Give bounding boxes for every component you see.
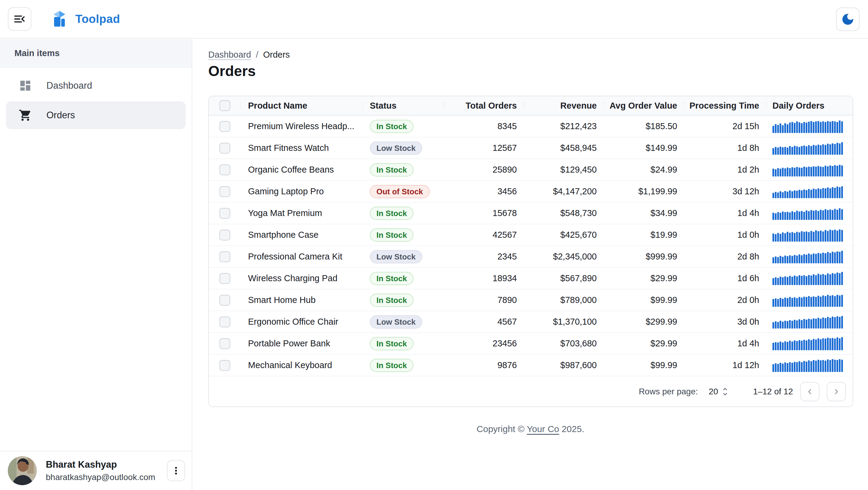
avg-order-value-cell[interactable]: $99.99 bbox=[604, 289, 684, 311]
row-checkbox[interactable] bbox=[219, 317, 230, 327]
avg-order-value-cell[interactable]: $99.99 bbox=[604, 354, 684, 376]
product-name-cell[interactable]: Professional Camera Kit bbox=[241, 246, 363, 267]
avg-order-value-cell[interactable]: $999.99 bbox=[604, 246, 684, 267]
revenue-cell[interactable]: $212,423 bbox=[524, 116, 604, 137]
avg-order-value-cell[interactable]: $29.99 bbox=[604, 268, 684, 289]
total-orders-cell[interactable]: 25890 bbox=[444, 159, 524, 180]
status-cell[interactable]: In Stock bbox=[363, 116, 444, 137]
total-orders-cell[interactable]: 8345 bbox=[444, 116, 524, 137]
avg-order-value-cell[interactable]: $185.50 bbox=[604, 116, 684, 137]
row-checkbox[interactable] bbox=[219, 251, 230, 262]
avatar[interactable] bbox=[8, 456, 37, 485]
column-header-daily-orders[interactable]: Daily Orders bbox=[767, 96, 852, 115]
status-cell[interactable]: Low Stock bbox=[363, 137, 444, 159]
row-checkbox[interactable] bbox=[219, 338, 230, 349]
status-cell[interactable]: In Stock bbox=[363, 268, 444, 289]
status-cell[interactable]: In Stock bbox=[363, 333, 444, 354]
row-checkbox[interactable] bbox=[219, 165, 230, 175]
row-checkbox[interactable] bbox=[219, 143, 230, 153]
avg-order-value-cell[interactable]: $29.99 bbox=[604, 333, 684, 354]
processing-time-cell[interactable]: 1d 12h bbox=[684, 354, 767, 376]
revenue-cell[interactable]: $2,345,000 bbox=[524, 246, 604, 267]
status-cell[interactable]: Low Stock bbox=[363, 311, 444, 333]
avg-order-value-cell[interactable]: $34.99 bbox=[604, 202, 684, 224]
product-name-cell[interactable]: Portable Power Bank bbox=[241, 333, 363, 354]
avg-order-value-cell[interactable]: $299.99 bbox=[604, 311, 684, 333]
processing-time-cell[interactable]: 2d 15h bbox=[684, 116, 767, 137]
product-name-cell[interactable]: Wireless Charging Pad bbox=[241, 268, 363, 289]
row-checkbox[interactable] bbox=[219, 273, 230, 284]
total-orders-cell[interactable]: 12567 bbox=[444, 137, 524, 159]
total-orders-cell[interactable]: 18934 bbox=[444, 268, 524, 289]
column-header-status[interactable]: Status bbox=[363, 96, 444, 115]
processing-time-cell[interactable]: 1d 4h bbox=[684, 333, 767, 354]
row-checkbox[interactable] bbox=[219, 295, 230, 306]
brand[interactable]: Toolpad bbox=[50, 10, 120, 28]
total-orders-cell[interactable]: 15678 bbox=[444, 202, 524, 224]
total-orders-cell[interactable]: 2345 bbox=[444, 246, 524, 267]
column-header-revenue[interactable]: Revenue bbox=[524, 96, 604, 115]
product-name-cell[interactable]: Smartphone Case bbox=[241, 224, 363, 246]
status-cell[interactable]: Low Stock bbox=[363, 246, 444, 267]
product-name-cell[interactable]: Ergonomic Office Chair bbox=[241, 311, 363, 333]
product-name-cell[interactable]: Organic Coffee Beans bbox=[241, 159, 363, 180]
column-header-processing-time[interactable]: Processing Time bbox=[684, 96, 767, 115]
product-name-cell[interactable]: Yoga Mat Premium bbox=[241, 202, 363, 224]
sidebar-item-orders[interactable]: Orders bbox=[6, 102, 186, 129]
product-name-cell[interactable]: Gaming Laptop Pro bbox=[241, 181, 363, 202]
processing-time-cell[interactable]: 3d 12h bbox=[684, 181, 767, 202]
total-orders-cell[interactable]: 3456 bbox=[444, 181, 524, 202]
processing-time-cell[interactable]: 3d 0h bbox=[684, 311, 767, 333]
avg-order-value-cell[interactable]: $1,199.99 bbox=[604, 181, 684, 202]
row-checkbox[interactable] bbox=[219, 121, 230, 132]
total-orders-cell[interactable]: 23456 bbox=[444, 333, 524, 354]
avg-order-value-cell[interactable]: $19.99 bbox=[604, 224, 684, 246]
product-name-cell[interactable]: Premium Wireless Headp... bbox=[241, 116, 363, 137]
product-name-cell[interactable]: Mechanical Keyboard bbox=[241, 354, 363, 376]
status-cell[interactable]: In Stock bbox=[363, 159, 444, 180]
processing-time-cell[interactable]: 1d 6h bbox=[684, 268, 767, 289]
revenue-cell[interactable]: $129,450 bbox=[524, 159, 604, 180]
revenue-cell[interactable]: $703,680 bbox=[524, 333, 604, 354]
sidebar-collapse-button[interactable] bbox=[8, 7, 31, 31]
status-cell[interactable]: Out of Stock bbox=[363, 181, 444, 202]
processing-time-cell[interactable]: 1d 2h bbox=[684, 159, 767, 180]
revenue-cell[interactable]: $458,945 bbox=[524, 137, 604, 159]
total-orders-cell[interactable]: 7890 bbox=[444, 289, 524, 311]
processing-time-cell[interactable]: 2d 0h bbox=[684, 289, 767, 311]
column-header-total-orders[interactable]: Total Orders bbox=[444, 96, 524, 115]
revenue-cell[interactable]: $1,370,100 bbox=[524, 311, 604, 333]
avg-order-value-cell[interactable]: $149.99 bbox=[604, 137, 684, 159]
processing-time-cell[interactable]: 1d 8h bbox=[684, 137, 767, 159]
select-all-checkbox[interactable] bbox=[219, 100, 230, 111]
revenue-cell[interactable]: $425,670 bbox=[524, 224, 604, 246]
product-name-cell[interactable]: Smart Home Hub bbox=[241, 289, 363, 311]
total-orders-cell[interactable]: 9876 bbox=[444, 354, 524, 376]
total-orders-cell[interactable]: 4567 bbox=[444, 311, 524, 333]
status-cell[interactable]: In Stock bbox=[363, 354, 444, 376]
column-header-avg-order-value[interactable]: Avg Order Value bbox=[604, 96, 684, 115]
next-page-button[interactable] bbox=[827, 382, 846, 401]
account-menu-button[interactable] bbox=[167, 460, 185, 481]
sidebar-item-dashboard[interactable]: Dashboard bbox=[6, 72, 186, 99]
processing-time-cell[interactable]: 1d 0h bbox=[684, 224, 767, 246]
total-orders-cell[interactable]: 42567 bbox=[444, 224, 524, 246]
revenue-cell[interactable]: $4,147,200 bbox=[524, 181, 604, 202]
theme-toggle-button[interactable] bbox=[836, 7, 860, 31]
column-header-product-name[interactable]: Product Name bbox=[241, 96, 363, 115]
footer-company-link[interactable]: Your Co bbox=[527, 424, 559, 434]
previous-page-button[interactable] bbox=[800, 382, 819, 401]
row-checkbox[interactable] bbox=[219, 208, 230, 219]
status-cell[interactable]: In Stock bbox=[363, 289, 444, 311]
avg-order-value-cell[interactable]: $24.99 bbox=[604, 159, 684, 180]
revenue-cell[interactable]: $567,890 bbox=[524, 268, 604, 289]
row-checkbox[interactable] bbox=[219, 230, 230, 240]
row-checkbox[interactable] bbox=[219, 186, 230, 197]
breadcrumb-dashboard-link[interactable]: Dashboard bbox=[208, 50, 251, 60]
revenue-cell[interactable]: $987,600 bbox=[524, 354, 604, 376]
status-cell[interactable]: In Stock bbox=[363, 224, 444, 246]
processing-time-cell[interactable]: 1d 4h bbox=[684, 202, 767, 224]
product-name-cell[interactable]: Smart Fitness Watch bbox=[241, 137, 363, 159]
status-cell[interactable]: In Stock bbox=[363, 202, 444, 224]
revenue-cell[interactable]: $548,730 bbox=[524, 202, 604, 224]
